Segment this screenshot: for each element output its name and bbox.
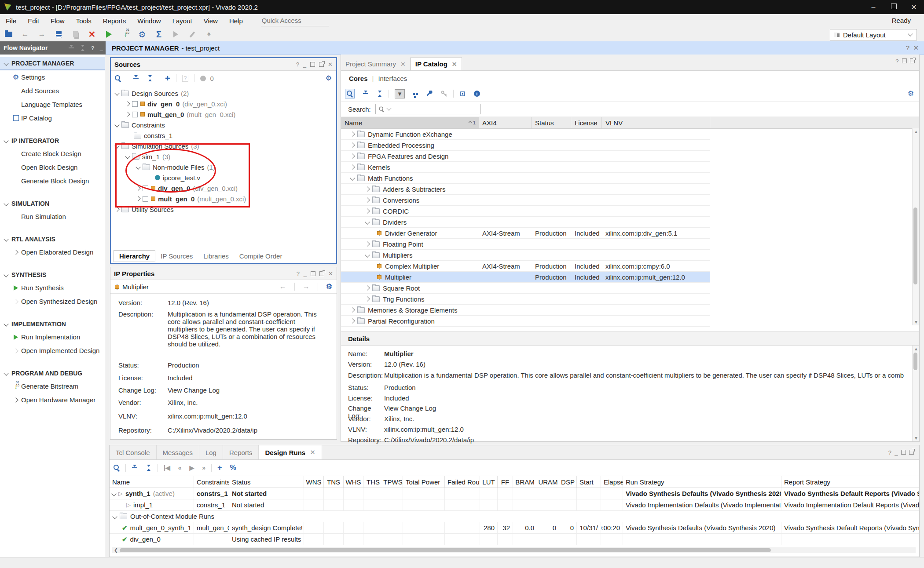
nav-item-open-implemented-design[interactable]: Open Implemented Design	[0, 344, 105, 357]
info-icon[interactable]: i	[474, 91, 480, 97]
menu-file[interactable]: File	[0, 17, 22, 25]
scroll-down-icon[interactable]: ▼	[914, 320, 918, 324]
generate-bitstream-icon[interactable]: ↓0110	[121, 30, 129, 39]
scroll-left-icon[interactable]: ❮	[114, 547, 118, 553]
tree-row-sim-div-gen[interactable]: div_gen_0(div_gen_0.xci)	[111, 183, 336, 193]
scroll-down-icon[interactable]: ▼	[914, 436, 918, 441]
menu-view[interactable]: View	[198, 17, 224, 25]
column-vlnv[interactable]: VLNV	[602, 117, 710, 128]
tab-project-summary[interactable]: Project Summary✕	[341, 58, 411, 70]
chevron-down-icon[interactable]	[111, 491, 116, 496]
panel-buttons[interactable]: ? _	[888, 449, 914, 456]
expand-all-icon[interactable]	[146, 465, 152, 471]
chevron-right-icon[interactable]	[350, 142, 355, 147]
minimize-panel-icon[interactable]: _	[100, 45, 103, 51]
catalog-row[interactable]: FPGA Features and Design	[341, 151, 710, 162]
column-license[interactable]: License	[571, 117, 602, 128]
search-icon[interactable]	[114, 465, 120, 471]
chevron-right-icon[interactable]	[114, 207, 119, 211]
chevron-down-icon[interactable]	[365, 219, 370, 224]
nav-item-run-simulation[interactable]: Run Simulation	[0, 210, 105, 223]
nav-item-open-elaborated-design[interactable]: Open Elaborated Design	[0, 245, 105, 259]
chip-icon[interactable]	[459, 91, 466, 97]
column-elapsed[interactable]: Elapsed	[601, 476, 623, 488]
run-icon[interactable]	[105, 30, 113, 39]
close-icon[interactable]: ✕	[310, 448, 315, 456]
collapse-all-icon[interactable]	[68, 45, 74, 51]
catalog-row[interactable]: Math Functions	[341, 173, 710, 184]
tree-row-constrs-1[interactable]: constrs_1	[111, 130, 336, 141]
report-sigma-icon[interactable]: Σ	[155, 30, 163, 39]
collapse-all-icon[interactable]	[132, 465, 138, 471]
rewind-icon[interactable]: «	[178, 464, 182, 471]
section-simulation[interactable]: SIMULATION	[0, 197, 105, 210]
nav-item-open-hardware-manager[interactable]: Open Hardware Manager	[0, 393, 105, 407]
help-icon[interactable]: ?	[296, 61, 299, 68]
catalog-row[interactable]: Kernels	[341, 162, 710, 173]
catalog-row-complex-multiplier[interactable]: Complex MultiplierAXI4-StreamProductionI…	[341, 261, 710, 272]
menu-layout[interactable]: Layout	[167, 17, 198, 25]
key-icon[interactable]	[441, 91, 447, 97]
add-sources-icon[interactable]: +	[165, 73, 170, 84]
catalog-row[interactable]: Memories & Storage Elements	[341, 305, 710, 316]
menu-flow[interactable]: Flow	[45, 17, 70, 25]
column-lut[interactable]: LUT	[480, 476, 498, 488]
tree-row-mult-gen[interactable]: mult_gen_0(mult_gen_0.xci)	[111, 109, 336, 120]
column-ff[interactable]: FF	[498, 476, 513, 488]
tree-row-constraints[interactable]: Constraints	[111, 120, 336, 130]
nav-item-run-synthesis[interactable]: Run Synthesis	[0, 281, 105, 295]
tab-ip-catalog[interactable]: IP Catalog✕	[411, 57, 462, 70]
column-status[interactable]: Status	[229, 476, 304, 488]
menu-window[interactable]: Window	[132, 17, 166, 25]
play-icon[interactable]: ▶	[189, 464, 194, 471]
tab-messages[interactable]: Messages	[157, 445, 199, 459]
column-axi4[interactable]: AXI4	[479, 117, 532, 128]
column-run-strategy[interactable]: Run Strategy	[623, 476, 781, 488]
column-tpws[interactable]: TPWS	[383, 476, 403, 488]
gear-icon[interactable]: ⚙	[908, 90, 914, 97]
nav-item-generate-block-design[interactable]: Generate Block Design	[0, 174, 105, 188]
gear-icon[interactable]: ⚙	[326, 283, 332, 290]
scrollbar-thumb[interactable]	[913, 208, 917, 284]
status-link[interactable]: Production	[384, 384, 416, 391]
catalog-row-divider-generator[interactable]: Divider GeneratorAXI4-StreamProductionIn…	[341, 228, 710, 239]
run-group-out-of-context[interactable]: Out-of-Context Module Runs	[110, 511, 919, 522]
maximize-panel-icon[interactable]	[311, 271, 315, 276]
undo-icon[interactable]: ←	[21, 30, 29, 39]
float-panel-icon[interactable]	[319, 271, 324, 276]
column-status[interactable]: Status	[532, 117, 571, 128]
scroll-up-icon[interactable]: ▲	[914, 346, 918, 351]
chevron-right-icon[interactable]	[350, 318, 355, 323]
section-program-and-debug[interactable]: PROGRAM AND DEBUG	[0, 367, 105, 379]
help-icon[interactable]: ?	[91, 45, 95, 51]
fast-forward-icon[interactable]: »	[202, 464, 205, 471]
nav-item-add-sources[interactable]: Add Sources	[0, 84, 105, 98]
tree-row-utility-sources[interactable]: Utility Sources	[111, 204, 336, 215]
nav-item-create-block-design[interactable]: Create Block Design	[0, 147, 105, 160]
nav-item-open-synthesized-design[interactable]: Open Synthesized Design	[0, 295, 105, 308]
chevron-right-icon[interactable]	[365, 208, 370, 213]
section-ip-integrator[interactable]: IP INTEGRATOR	[0, 135, 105, 147]
nav-item-ip-catalog[interactable]: IP Catalog	[0, 111, 105, 125]
subtab-cores[interactable]: Cores	[349, 75, 368, 82]
copy-icon[interactable]	[71, 30, 79, 39]
help-box-icon[interactable]: ?	[182, 75, 189, 82]
nav-item-settings[interactable]: ⚙Settings	[0, 70, 105, 84]
catalog-row[interactable]: Dividers	[341, 217, 710, 228]
column-name[interactable]: Name 1	[341, 117, 479, 128]
save-icon[interactable]	[55, 30, 62, 39]
filter-icon[interactable]: ▼	[395, 89, 405, 98]
open-folder-icon[interactable]	[4, 30, 12, 39]
edit-pencil-icon[interactable]	[188, 30, 196, 39]
tree-row-ipcore-test[interactable]: ipcore_test.v	[111, 172, 336, 183]
column-start[interactable]: Start	[577, 476, 601, 488]
nav-item-open-block-design[interactable]: Open Block Design	[0, 160, 105, 174]
run-row-mult-gen-0-synth-1[interactable]: ✔mult_gen_0_synth_1 mult_gen_0 synth_des…	[110, 522, 919, 534]
close-panel-icon[interactable]: ✕	[328, 270, 333, 277]
tree-row-div-gen[interactable]: div_gen_0(div_gen_0.xci)	[111, 98, 336, 109]
column-constraints[interactable]: Constraints	[194, 476, 229, 488]
wrench-icon[interactable]	[426, 91, 433, 97]
close-icon[interactable]: ✕	[452, 61, 457, 68]
run-row-div-gen-0[interactable]: ✔div_gen_0 Using cached IP results	[110, 534, 919, 545]
nav-item-language-templates[interactable]: Language Templates	[0, 98, 105, 111]
